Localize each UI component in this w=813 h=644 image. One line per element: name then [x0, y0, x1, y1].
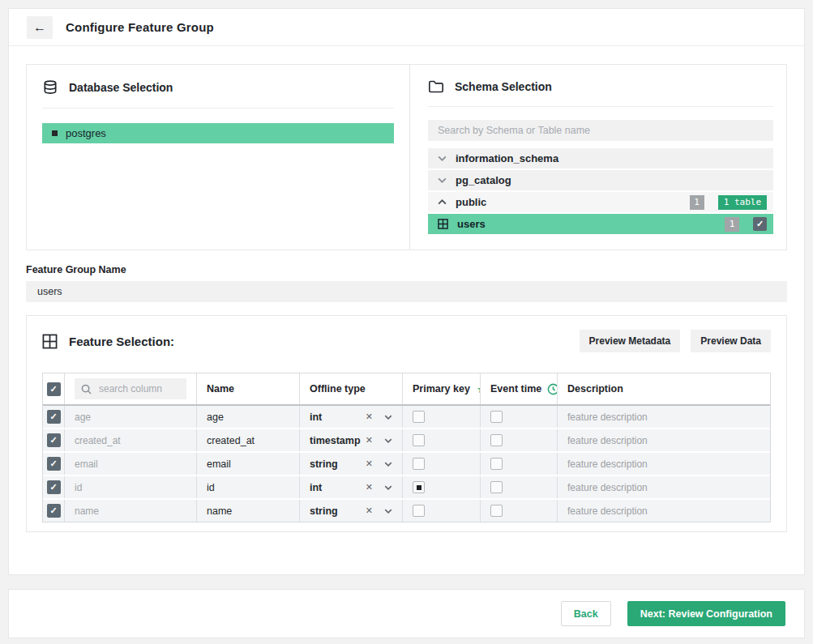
- source-column-name: email: [75, 458, 98, 470]
- primary-key-checkbox-selected[interactable]: [413, 481, 425, 493]
- table-grid-icon: [438, 219, 448, 229]
- description-input[interactable]: [567, 505, 760, 517]
- offline-type-select[interactable]: string ✕: [310, 505, 392, 517]
- feature-row-created-at: created_at created_at timestamp ✕: [43, 429, 770, 451]
- search-icon: [81, 384, 92, 395]
- feature-row-id: id id int ✕: [43, 476, 770, 498]
- database-icon: [42, 79, 58, 96]
- chevron-down-icon[interactable]: [438, 156, 447, 161]
- back-arrow-icon: ←: [33, 20, 46, 35]
- footer-bar: Back Next: Review Configuration: [8, 589, 805, 638]
- offline-type-select[interactable]: int ✕: [310, 482, 392, 493]
- clear-icon[interactable]: ✕: [366, 458, 373, 469]
- feature-row-email: email email string ✕: [43, 453, 770, 475]
- feature-table-body: age age int ✕: [43, 404, 770, 522]
- database-selection-panel: Database Selection postgres: [27, 65, 409, 249]
- grid-icon: [42, 334, 58, 349]
- feature-table: Name Offline type Primary key ★ Event ti…: [42, 373, 771, 522]
- row-checkbox-checked[interactable]: [47, 433, 61, 447]
- feature-name: created_at: [207, 435, 255, 446]
- row-checkbox-checked[interactable]: [47, 504, 61, 518]
- row-checkbox-checked[interactable]: [47, 480, 61, 494]
- offline-type-select[interactable]: timestamp ✕: [310, 435, 392, 446]
- table-checkbox-checked[interactable]: [753, 217, 767, 231]
- schema-row-label: pg_catalog: [456, 174, 511, 186]
- table-count-badge: 1: [725, 217, 739, 232]
- page-header: ← Configure Feature Group: [9, 9, 804, 46]
- select-all-checkbox-checked[interactable]: [47, 382, 61, 396]
- primary-key-checkbox[interactable]: [413, 505, 425, 517]
- chevron-down-icon[interactable]: [384, 485, 392, 490]
- schema-table-count-badge: 1 table: [718, 195, 767, 210]
- feature-selection-title: Feature Selection:: [69, 335, 174, 348]
- preview-metadata-button[interactable]: Preview Metadata: [580, 330, 681, 352]
- divider: [428, 106, 773, 107]
- row-checkbox-checked[interactable]: [47, 457, 61, 471]
- chevron-down-icon[interactable]: [384, 509, 392, 514]
- chevron-up-icon[interactable]: [438, 199, 447, 205]
- primary-key-checkbox[interactable]: [413, 458, 425, 470]
- feature-table-header: Name Offline type Primary key ★ Event ti…: [43, 373, 770, 404]
- clear-icon[interactable]: ✕: [366, 505, 373, 516]
- schema-row-information-schema[interactable]: information_schema: [428, 148, 773, 168]
- primary-key-checkbox[interactable]: [413, 434, 425, 446]
- description-input[interactable]: [567, 482, 760, 493]
- event-time-checkbox[interactable]: [490, 481, 503, 493]
- column-header-event-time: Event time: [490, 383, 541, 395]
- preview-data-button[interactable]: Preview Data: [691, 330, 771, 352]
- column-header-offline-type: Offline type: [310, 383, 366, 395]
- feature-selection-panel: Feature Selection: Preview Metadata Prev…: [26, 315, 787, 532]
- content: Database Selection postgres Schema Sele: [9, 46, 804, 532]
- folder-icon: [428, 79, 444, 94]
- event-time-checkbox[interactable]: [490, 411, 503, 423]
- feature-selection-header: Feature Selection: Preview Metadata Prev…: [42, 330, 771, 352]
- description-input[interactable]: [567, 458, 760, 470]
- chevron-down-icon[interactable]: [384, 438, 392, 443]
- chevron-down-icon[interactable]: [438, 177, 447, 183]
- table-row-label: users: [457, 218, 486, 230]
- column-header-primary-key: Primary key: [413, 383, 470, 395]
- divider: [42, 108, 394, 109]
- selection-panels: Database Selection postgres Schema Sele: [26, 64, 787, 250]
- back-button[interactable]: Back: [561, 601, 611, 626]
- column-header-name: Name: [207, 383, 234, 395]
- feature-row-age: age age int ✕: [43, 406, 770, 428]
- back-arrow-button[interactable]: ←: [27, 16, 53, 39]
- event-time-checkbox[interactable]: [490, 505, 503, 517]
- description-input[interactable]: [567, 435, 760, 446]
- chevron-down-icon[interactable]: [384, 462, 392, 467]
- schema-row-label: public: [456, 196, 486, 208]
- database-selection-header: Database Selection: [42, 79, 394, 96]
- schema-row-pg-catalog[interactable]: pg_catalog: [428, 170, 773, 190]
- next-review-configuration-button[interactable]: Next: Review Configuration: [627, 601, 785, 626]
- clear-icon[interactable]: ✕: [366, 412, 373, 422]
- source-column-name: created_at: [75, 435, 121, 446]
- event-time-checkbox[interactable]: [490, 458, 503, 470]
- description-input[interactable]: [567, 412, 760, 423]
- clear-icon[interactable]: ✕: [366, 435, 373, 446]
- schema-search-input[interactable]: [428, 120, 773, 141]
- offline-type-select[interactable]: int ✕: [310, 412, 392, 423]
- feature-group-name-label: Feature Group Name: [26, 264, 787, 275]
- schema-count-badge: 1: [690, 195, 704, 210]
- schema-selection-title: Schema Selection: [455, 80, 552, 93]
- primary-key-checkbox[interactable]: [413, 411, 425, 423]
- configure-feature-group-card: ← Configure Feature Group Database Selec…: [8, 8, 805, 575]
- table-row-users[interactable]: users 1: [428, 214, 773, 234]
- schema-selection-panel: Schema Selection information_schema: [409, 65, 786, 249]
- feature-group-name-input[interactable]: [26, 281, 787, 302]
- source-column-name: age: [75, 412, 91, 423]
- clear-icon[interactable]: ✕: [366, 482, 373, 493]
- source-column-name: id: [75, 482, 82, 493]
- chevron-down-icon[interactable]: [384, 415, 392, 420]
- clock-icon: [547, 383, 558, 395]
- offline-type-select[interactable]: string ✕: [310, 458, 392, 470]
- schema-selection-header: Schema Selection: [428, 79, 773, 94]
- database-item-postgres[interactable]: postgres: [42, 123, 394, 143]
- schema-row-public[interactable]: public 1 1 table: [428, 192, 773, 212]
- database-selection-title: Database Selection: [69, 81, 173, 94]
- page-title: Configure Feature Group: [66, 20, 214, 34]
- database-item-label: postgres: [66, 127, 106, 139]
- event-time-checkbox[interactable]: [490, 434, 503, 446]
- row-checkbox-checked[interactable]: [47, 410, 61, 424]
